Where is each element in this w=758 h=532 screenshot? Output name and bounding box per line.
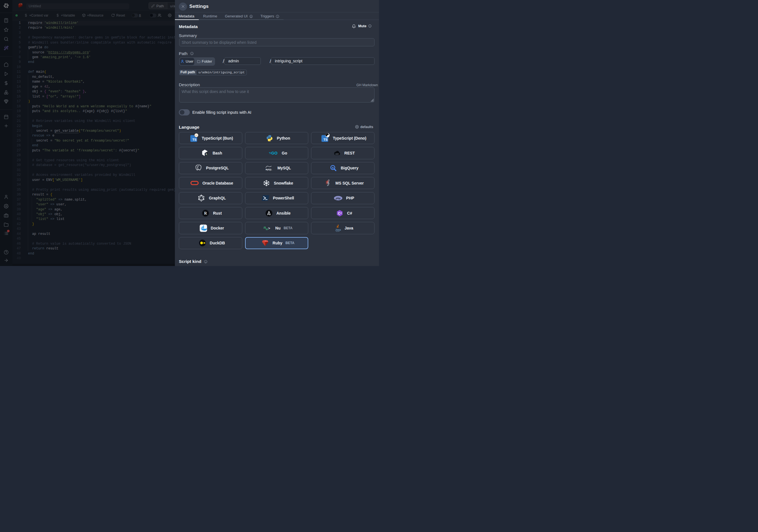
svg-text:php: php	[335, 196, 340, 199]
svg-text:u: u	[265, 227, 267, 231]
svg-text:>: >	[268, 226, 270, 230]
svg-text:C: C	[338, 211, 340, 215]
svg-text:HTTP: HTTP	[335, 153, 339, 155]
svg-text:R: R	[204, 211, 207, 215]
svg-text:$: $	[206, 153, 207, 155]
svg-text:MySQL.: MySQL.	[265, 168, 272, 171]
svg-text:GO: GO	[271, 151, 277, 155]
svg-text:Java: Java	[335, 229, 341, 231]
